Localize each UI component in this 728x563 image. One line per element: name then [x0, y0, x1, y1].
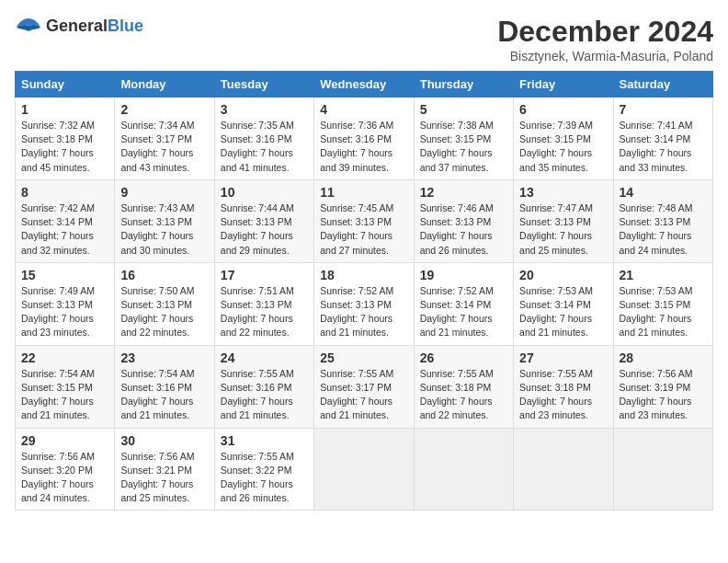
day-info: Sunrise: 7:50 AMSunset: 3:13 PMDaylight:… [120, 285, 194, 339]
day-info: Sunrise: 7:55 AMSunset: 3:18 PMDaylight:… [519, 368, 593, 421]
week-row-2: 8 Sunrise: 7:42 AMSunset: 3:14 PMDayligh… [16, 179, 713, 262]
day-cell: 20 Sunrise: 7:53 AMSunset: 3:14 PMDaylig… [514, 262, 613, 345]
day-number: 22 [21, 350, 108, 365]
column-header-saturday: Saturday [613, 72, 712, 98]
day-info: Sunrise: 7:46 AMSunset: 3:13 PMDaylight:… [420, 202, 494, 256]
day-number: 28 [620, 350, 707, 365]
day-cell: 15 Sunrise: 7:49 AMSunset: 3:13 PMDaylig… [16, 262, 115, 345]
day-cell: 19 Sunrise: 7:52 AMSunset: 3:14 PMDaylig… [414, 262, 513, 345]
day-number: 9 [120, 185, 208, 200]
day-info: Sunrise: 7:55 AMSunset: 3:16 PMDaylight:… [221, 368, 294, 421]
day-cell: 21 Sunrise: 7:53 AMSunset: 3:15 PMDaylig… [613, 262, 712, 345]
day-cell: 18 Sunrise: 7:52 AMSunset: 3:13 PMDaylig… [314, 262, 414, 345]
day-info: Sunrise: 7:56 AMSunset: 3:19 PMDaylight:… [620, 368, 693, 421]
header: GeneralBlue December 2024 Bisztynek, War… [15, 15, 713, 63]
day-cell: 8 Sunrise: 7:42 AMSunset: 3:14 PMDayligh… [16, 179, 115, 262]
day-number: 7 [620, 102, 707, 117]
day-cell: 14 Sunrise: 7:48 AMSunset: 3:13 PMDaylig… [613, 179, 712, 262]
logo-bird-icon [15, 15, 42, 37]
day-number: 2 [120, 102, 208, 117]
day-info: Sunrise: 7:53 AMSunset: 3:15 PMDaylight:… [620, 285, 693, 339]
day-number: 10 [221, 185, 308, 200]
day-cell: 11 Sunrise: 7:45 AMSunset: 3:13 PMDaylig… [314, 179, 414, 262]
day-cell: 30 Sunrise: 7:56 AMSunset: 3:21 PMDaylig… [115, 428, 214, 511]
day-info: Sunrise: 7:56 AMSunset: 3:21 PMDaylight:… [120, 451, 194, 504]
day-number: 31 [221, 433, 308, 448]
day-info: Sunrise: 7:32 AMSunset: 3:18 PMDaylight:… [21, 120, 95, 173]
day-number: 24 [221, 350, 308, 365]
day-number: 6 [519, 102, 607, 117]
day-number: 26 [420, 350, 507, 365]
day-info: Sunrise: 7:52 AMSunset: 3:14 PMDaylight:… [420, 285, 494, 339]
day-cell: 27 Sunrise: 7:55 AMSunset: 3:18 PMDaylig… [514, 345, 613, 428]
day-number: 18 [320, 268, 407, 282]
column-header-wednesday: Wednesday [314, 72, 414, 98]
logo: GeneralBlue [15, 15, 143, 37]
day-number: 13 [519, 185, 607, 200]
day-cell [314, 428, 414, 511]
day-cell [613, 428, 712, 511]
week-row-3: 15 Sunrise: 7:49 AMSunset: 3:13 PMDaylig… [16, 262, 713, 345]
day-number: 20 [519, 268, 607, 282]
day-info: Sunrise: 7:48 AMSunset: 3:13 PMDaylight:… [620, 202, 693, 256]
column-header-friday: Friday [514, 72, 613, 98]
day-cell: 13 Sunrise: 7:47 AMSunset: 3:13 PMDaylig… [514, 179, 613, 262]
day-number: 1 [21, 102, 108, 117]
page-subtitle: Bisztynek, Warmia-Masuria, Poland [497, 49, 713, 63]
day-info: Sunrise: 7:55 AMSunset: 3:17 PMDaylight:… [320, 368, 393, 421]
column-header-sunday: Sunday [16, 72, 115, 98]
week-row-4: 22 Sunrise: 7:54 AMSunset: 3:15 PMDaylig… [16, 345, 713, 428]
day-number: 27 [519, 350, 607, 365]
page-title: December 2024 [497, 15, 713, 49]
logo-blue: Blue [108, 17, 143, 35]
day-number: 14 [620, 185, 707, 200]
column-header-monday: Monday [115, 72, 214, 98]
day-cell: 5 Sunrise: 7:38 AMSunset: 3:15 PMDayligh… [414, 98, 513, 180]
day-info: Sunrise: 7:51 AMSunset: 3:13 PMDaylight:… [221, 285, 294, 339]
day-cell: 28 Sunrise: 7:56 AMSunset: 3:19 PMDaylig… [613, 345, 712, 428]
day-info: Sunrise: 7:52 AMSunset: 3:13 PMDaylight:… [320, 285, 393, 339]
day-cell: 17 Sunrise: 7:51 AMSunset: 3:13 PMDaylig… [214, 262, 313, 345]
day-cell [514, 428, 613, 511]
day-info: Sunrise: 7:53 AMSunset: 3:14 PMDaylight:… [519, 285, 593, 339]
week-row-1: 1 Sunrise: 7:32 AMSunset: 3:18 PMDayligh… [16, 98, 713, 180]
day-info: Sunrise: 7:39 AMSunset: 3:15 PMDaylight:… [519, 120, 593, 173]
day-info: Sunrise: 7:36 AMSunset: 3:16 PMDaylight:… [320, 120, 393, 173]
week-row-5: 29 Sunrise: 7:56 AMSunset: 3:20 PMDaylig… [16, 428, 713, 511]
day-number: 5 [420, 102, 507, 117]
column-header-tuesday: Tuesday [214, 72, 313, 98]
day-number: 8 [21, 185, 108, 200]
day-info: Sunrise: 7:35 AMSunset: 3:16 PMDaylight:… [221, 120, 294, 173]
day-info: Sunrise: 7:44 AMSunset: 3:13 PMDaylight:… [221, 202, 294, 256]
day-cell: 7 Sunrise: 7:41 AMSunset: 3:14 PMDayligh… [613, 98, 712, 180]
day-number: 12 [420, 185, 507, 200]
day-info: Sunrise: 7:42 AMSunset: 3:14 PMDaylight:… [21, 202, 95, 256]
day-cell: 2 Sunrise: 7:34 AMSunset: 3:17 PMDayligh… [115, 98, 214, 180]
day-cell: 16 Sunrise: 7:50 AMSunset: 3:13 PMDaylig… [115, 262, 214, 345]
day-cell: 4 Sunrise: 7:36 AMSunset: 3:16 PMDayligh… [314, 98, 414, 180]
day-info: Sunrise: 7:54 AMSunset: 3:16 PMDaylight:… [120, 368, 194, 421]
logo-text: GeneralBlue [46, 17, 143, 36]
day-cell: 3 Sunrise: 7:35 AMSunset: 3:16 PMDayligh… [214, 98, 313, 180]
title-area: December 2024 Bisztynek, Warmia-Masuria,… [497, 15, 713, 63]
day-cell: 9 Sunrise: 7:43 AMSunset: 3:13 PMDayligh… [115, 179, 214, 262]
day-number: 15 [21, 268, 108, 282]
day-cell: 25 Sunrise: 7:55 AMSunset: 3:17 PMDaylig… [314, 345, 414, 428]
day-cell: 31 Sunrise: 7:55 AMSunset: 3:22 PMDaylig… [214, 428, 313, 511]
day-number: 11 [320, 185, 407, 200]
day-info: Sunrise: 7:55 AMSunset: 3:18 PMDaylight:… [420, 368, 494, 421]
day-number: 3 [221, 102, 308, 117]
logo-general: General [46, 17, 108, 35]
column-header-thursday: Thursday [414, 72, 513, 98]
day-cell: 6 Sunrise: 7:39 AMSunset: 3:15 PMDayligh… [514, 98, 613, 180]
day-cell: 1 Sunrise: 7:32 AMSunset: 3:18 PMDayligh… [16, 98, 115, 180]
day-info: Sunrise: 7:34 AMSunset: 3:17 PMDaylight:… [120, 120, 194, 173]
day-info: Sunrise: 7:54 AMSunset: 3:15 PMDaylight:… [21, 368, 95, 421]
day-cell: 24 Sunrise: 7:55 AMSunset: 3:16 PMDaylig… [214, 345, 313, 428]
day-cell: 22 Sunrise: 7:54 AMSunset: 3:15 PMDaylig… [16, 345, 115, 428]
day-cell: 29 Sunrise: 7:56 AMSunset: 3:20 PMDaylig… [16, 428, 115, 511]
day-info: Sunrise: 7:49 AMSunset: 3:13 PMDaylight:… [21, 285, 95, 339]
day-info: Sunrise: 7:38 AMSunset: 3:15 PMDaylight:… [420, 120, 494, 173]
day-number: 25 [320, 350, 407, 365]
day-cell: 10 Sunrise: 7:44 AMSunset: 3:13 PMDaylig… [214, 179, 313, 262]
